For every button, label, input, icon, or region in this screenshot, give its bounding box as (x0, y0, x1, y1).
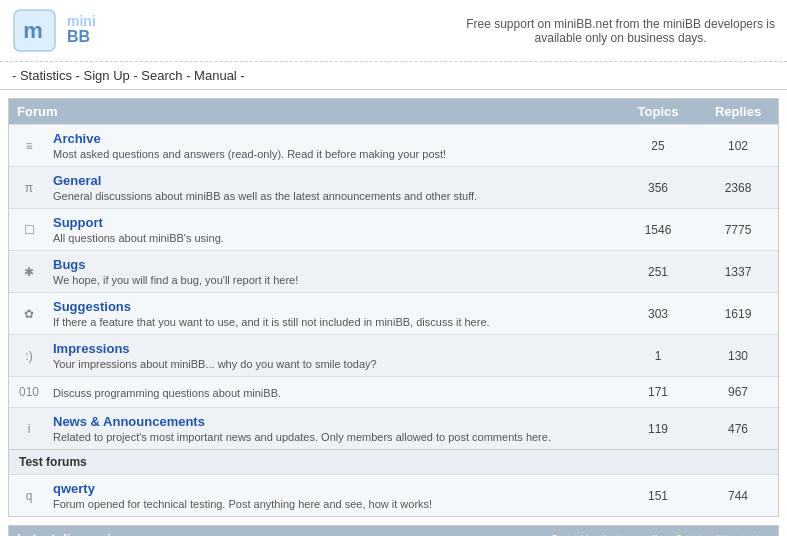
latest-title: Latest discussions (17, 531, 134, 536)
forum-replies: 2368 (698, 177, 778, 199)
forum-replies: 130 (698, 345, 778, 367)
col-topics: Topics (618, 99, 698, 124)
forum-topics: 119 (618, 418, 698, 440)
forum-info: Suggestions If there a feature that you … (49, 293, 618, 334)
forum-name-link[interactable]: Impressions (53, 341, 130, 356)
test-forum-rows: q qwerty Forum opened for technical test… (9, 474, 778, 516)
svg-text:BB: BB (67, 28, 90, 45)
forum-name-link[interactable]: Archive (53, 131, 101, 146)
latest-header: Latest discussions Sorted by: Latest rep… (9, 526, 778, 536)
svg-text:m: m (23, 18, 43, 43)
forum-info: News & Announcements Related to project'… (49, 408, 618, 449)
forum-rows: ≡ Archive Most asked questions and answe… (9, 124, 778, 449)
forum-name-link[interactable]: Suggestions (53, 299, 131, 314)
forum-replies: 1337 (698, 261, 778, 283)
forum-desc: If there a feature that you want to use,… (53, 316, 614, 328)
forum-desc: Forum opened for technical testing. Post… (53, 498, 614, 510)
nav-separator: - (12, 68, 20, 83)
forum-topics: 1546 (618, 219, 698, 241)
forum-info: General General discussions about miniBB… (49, 167, 618, 208)
forum-row: ☐ Support All questions about miniBB's u… (9, 208, 778, 250)
forum-row: π General General discussions about mini… (9, 166, 778, 208)
forum-desc: Most asked questions and answers (read-o… (53, 148, 614, 160)
support-message: Free support on miniBB.net from the mini… (466, 17, 775, 45)
nav-bar: - Statistics - Sign Up - Search - Manual… (0, 62, 787, 90)
forum-topics: 151 (618, 485, 698, 507)
nav-manual[interactable]: Manual (194, 68, 237, 83)
forum-header: Forum Topics Replies (9, 99, 778, 124)
forum-desc: All questions about miniBB's using. (53, 232, 614, 244)
forum-desc: Related to project's most important news… (53, 431, 614, 443)
forum-desc: General discussions about miniBB as well… (53, 190, 614, 202)
nav-search[interactable]: Search (141, 68, 182, 83)
forum-row: :) Impressions Your impressions about mi… (9, 334, 778, 376)
forum-topics: 171 (618, 381, 698, 403)
forum-info: Impressions Your impressions about miniB… (49, 335, 618, 376)
forum-name-link[interactable]: General (53, 173, 101, 188)
logo-image: m mini BB (12, 8, 167, 53)
forum-icon: ≡ (9, 131, 49, 161)
forum-icon: π (9, 173, 49, 203)
forum-row: 010 Discuss programming questions about … (9, 376, 778, 407)
sort-info: Sorted by: Latest replies. Sort by: New … (550, 533, 770, 537)
page-header: m mini BB Free support on miniBB.net fro… (0, 0, 787, 62)
forum-topics: 25 (618, 135, 698, 157)
col-replies: Replies (698, 99, 778, 124)
forum-icon: i (9, 414, 49, 444)
col-forum: Forum (9, 99, 618, 124)
forum-icon: ✱ (9, 257, 49, 287)
sort-label: Sorted by: Latest replies. (550, 533, 672, 537)
logo: m mini BB (12, 8, 167, 53)
forum-name-link[interactable]: Support (53, 215, 103, 230)
forum-replies: 1619 (698, 303, 778, 325)
forum-name-link[interactable]: qwerty (53, 481, 95, 496)
forum-row: ✿ Suggestions If there a feature that yo… (9, 292, 778, 334)
forum-name-link[interactable]: Bugs (53, 257, 86, 272)
nav-statistics[interactable]: Statistics (20, 68, 72, 83)
forum-topics: 356 (618, 177, 698, 199)
forum-replies: 744 (698, 485, 778, 507)
forum-desc: We hope, if you will find a bug, you'll … (53, 274, 614, 286)
sort-new-topics-link[interactable]: Sort by: New topics (675, 533, 770, 537)
forum-topics: 251 (618, 261, 698, 283)
forum-icon: q (9, 481, 49, 511)
forum-icon: 010 (9, 377, 49, 407)
forum-icon: :) (9, 341, 49, 371)
forum-topics: 1 (618, 345, 698, 367)
forum-topics: 303 (618, 303, 698, 325)
forum-row: ✱ Bugs We hope, if you will find a bug, … (9, 250, 778, 292)
forum-replies: 7775 (698, 219, 778, 241)
forum-row: ≡ Archive Most asked questions and answe… (9, 124, 778, 166)
forum-icon: ✿ (9, 299, 49, 329)
forum-info: Discuss programming questions about mini… (49, 379, 618, 405)
forum-info: Archive Most asked questions and answers… (49, 125, 618, 166)
forum-table: Forum Topics Replies ≡ Archive Most aske… (8, 98, 779, 517)
forum-info: Support All questions about miniBB's usi… (49, 209, 618, 250)
forum-replies: 102 (698, 135, 778, 157)
forum-name-link[interactable]: News & Announcements (53, 414, 205, 429)
test-forum-row: q qwerty Forum opened for technical test… (9, 474, 778, 516)
forum-replies: 967 (698, 381, 778, 403)
forum-icon: ☐ (9, 215, 49, 245)
forum-desc: Discuss programming questions about mini… (53, 387, 614, 399)
forum-row: i News & Announcements Related to projec… (9, 407, 778, 449)
test-forums-label: Test forums (9, 449, 778, 474)
forum-desc: Your impressions about miniBB... why do … (53, 358, 614, 370)
forum-replies: 476 (698, 418, 778, 440)
forum-info: Bugs We hope, if you will find a bug, yo… (49, 251, 618, 292)
forum-info: qwerty Forum opened for technical testin… (49, 475, 618, 516)
nav-signup[interactable]: Sign Up (84, 68, 130, 83)
svg-text:mini: mini (67, 13, 96, 29)
latest-discussions: Latest discussions Sorted by: Latest rep… (8, 525, 779, 536)
